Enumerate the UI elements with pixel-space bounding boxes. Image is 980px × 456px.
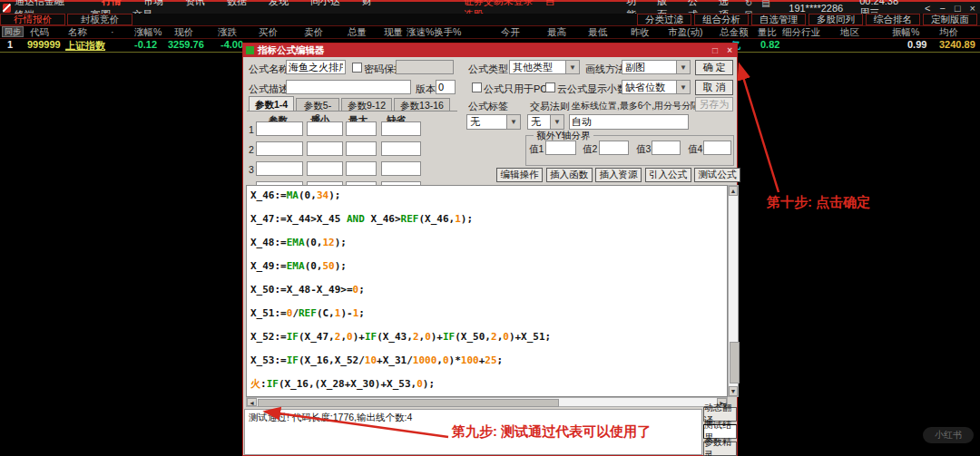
password-protect-checkbox[interactable] [352, 63, 362, 73]
param-input-r3c1[interactable] [256, 161, 303, 176]
layout-icon[interactable]: ▤ [761, 0, 769, 8]
side-button-2[interactable]: 参数精灵 [703, 441, 737, 456]
column-header-6[interactable]: 买价 [259, 26, 278, 39]
column-header-21[interactable]: 振幅% [892, 26, 919, 39]
sync-column-button[interactable]: 同步 [2, 26, 24, 37]
coord-line-input[interactable] [569, 114, 689, 130]
param-tab-0[interactable]: 参数1-4 [249, 96, 294, 111]
version-input[interactable] [436, 80, 456, 94]
quick-button-0[interactable]: 分类过滤 [637, 14, 691, 25]
trade-rule-select[interactable]: 无 ▼ [527, 114, 564, 130]
formula-code-editor[interactable]: X_46:=MA(0,34);X_47:=X_44>X_45 AND X_46>… [246, 185, 728, 397]
user-phone[interactable]: 191****2286 [789, 3, 843, 14]
column-header-9[interactable]: 现量 [384, 26, 403, 39]
vertical-scroll-thumb[interactable] [730, 342, 740, 383]
restore-button[interactable]: □ [955, 3, 961, 14]
formula-desc-input[interactable] [286, 80, 411, 94]
menu-item-0[interactable]: 行情 [102, 0, 122, 6]
dialog-restore-button[interactable]: □ [712, 45, 718, 55]
quick-button-2[interactable]: 自选管理 [751, 14, 806, 25]
column-header-13[interactable]: 最高 [547, 26, 566, 39]
column-header-16[interactable]: 市盈(动) [668, 26, 703, 39]
column-header-1[interactable]: 名称 [68, 26, 87, 39]
scroll-up-icon[interactable]: ▲ [729, 186, 738, 196]
back-button[interactable]: < [925, 3, 930, 14]
column-header-20[interactable]: 地区 [840, 26, 859, 39]
column-header-22[interactable]: 均价 [939, 26, 958, 39]
param-tab-1[interactable]: 参数5-8 [296, 98, 339, 111]
quick-button-4[interactable]: 综合排名 [866, 14, 920, 25]
dialog-close-button[interactable]: × [727, 45, 732, 55]
column-header-18[interactable]: 量比 [758, 26, 777, 39]
param-input-r2c3[interactable] [346, 141, 377, 156]
pc-only-checkbox[interactable] [472, 82, 482, 92]
editor-vertical-scrollbar[interactable]: ▲ ▼ [728, 185, 739, 397]
yaxis-input-2[interactable] [599, 141, 629, 155]
code-line-9 [250, 296, 727, 307]
code-token: +X_31/ [377, 354, 413, 366]
param-input-r1c3[interactable] [346, 121, 377, 136]
view-tab-1[interactable]: 封板竞价 [67, 14, 132, 25]
param-input-r2c2[interactable] [307, 141, 343, 156]
view-tab-0[interactable]: 行情报价 [0, 14, 65, 25]
column-header-3[interactable]: 涨幅% [134, 26, 162, 39]
param-input-r2c1[interactable] [256, 141, 303, 156]
column-header-15[interactable]: 昨收 [631, 26, 650, 39]
trade-not-logged-text[interactable]: 证券交易未登录 [464, 0, 534, 6]
cloud-formula-checkbox[interactable] [545, 82, 555, 92]
yaxis-input-1[interactable] [545, 141, 576, 155]
param-tab-2[interactable]: 参数9-12 [341, 98, 392, 111]
column-header-2[interactable]: · [111, 26, 114, 37]
ok-button[interactable]: 确 定 [695, 60, 733, 75]
column-header-11[interactable]: 换手% [434, 26, 461, 39]
menu-item-1[interactable]: 市场 [143, 0, 163, 6]
param-input-r3c4[interactable] [381, 161, 421, 176]
column-header-10[interactable]: 涨速% [407, 26, 434, 39]
column-header-14[interactable]: 最低 [588, 26, 607, 39]
column-header-12[interactable]: 今开 [501, 26, 520, 39]
column-header-19[interactable]: 细分行业 [782, 26, 820, 39]
editor-horizontal-scrollbar[interactable]: ◄ ► [246, 397, 728, 407]
menu-item-4[interactable]: 发现 [269, 0, 289, 6]
dialog-title-bar[interactable]: 指标公式编辑器 □ × [243, 44, 737, 57]
minimize-button[interactable]: − [939, 3, 945, 14]
scroll-down-icon[interactable]: ▼ [729, 386, 738, 396]
close-button[interactable]: × [970, 3, 975, 14]
quick-button-5[interactable]: 定制版面 [923, 14, 977, 25]
param-input-r3c2[interactable] [307, 161, 343, 176]
param-input-r1c4[interactable] [381, 121, 421, 136]
column-header-7[interactable]: 卖价 [304, 26, 323, 39]
yaxis-input-4[interactable] [703, 141, 731, 155]
param-input-r3c3[interactable] [346, 161, 377, 176]
column-header-8[interactable]: 总量 [348, 26, 367, 39]
code-token: 0 [347, 331, 353, 343]
formula-type-select[interactable]: 其他类型 ▼ [509, 60, 580, 74]
formula-tag-select[interactable]: 无 ▼ [466, 114, 521, 130]
quick-button-1[interactable]: 组合分析 [694, 14, 749, 25]
formula-name-input[interactable] [286, 60, 346, 74]
action-button-4[interactable]: 测试公式 [694, 168, 740, 182]
menu-item-3[interactable]: 数据 [227, 0, 247, 6]
decimal-select[interactable]: 缺省位数 ▼ [622, 80, 691, 94]
column-header-17[interactable]: 总金额 [720, 26, 749, 39]
param-input-r1c1[interactable] [256, 121, 303, 136]
refresh-icon[interactable]: ↻ [745, 0, 752, 8]
action-button-0[interactable]: 编辑操作 [496, 168, 543, 182]
scroll-left-icon[interactable]: ◄ [247, 398, 257, 406]
action-button-2[interactable]: 插入资源 [595, 168, 642, 182]
draw-method-select[interactable]: 副图 ▼ [622, 60, 691, 74]
column-header-5[interactable]: 涨跌 [218, 26, 237, 39]
quick-button-3[interactable]: 多股同列 [808, 14, 863, 25]
cancel-button[interactable]: 取 消 [695, 80, 733, 95]
param-input-r2c4[interactable] [381, 141, 421, 156]
column-header-0[interactable]: 代码 [30, 26, 49, 39]
action-button-1[interactable]: 插入函数 [546, 168, 593, 182]
yaxis-input-3[interactable] [652, 141, 681, 155]
menu-item-2[interactable]: 资讯 [185, 0, 205, 6]
horizontal-scroll-thumb[interactable] [258, 399, 559, 407]
menu-item-5[interactable]: 问小达 [310, 0, 340, 6]
param-tab-3[interactable]: 参数13-16 [394, 98, 450, 111]
action-button-3[interactable]: 引入公式 [645, 168, 691, 182]
column-header-4[interactable]: 现价 [174, 26, 193, 39]
param-input-r1c2[interactable] [307, 121, 343, 136]
